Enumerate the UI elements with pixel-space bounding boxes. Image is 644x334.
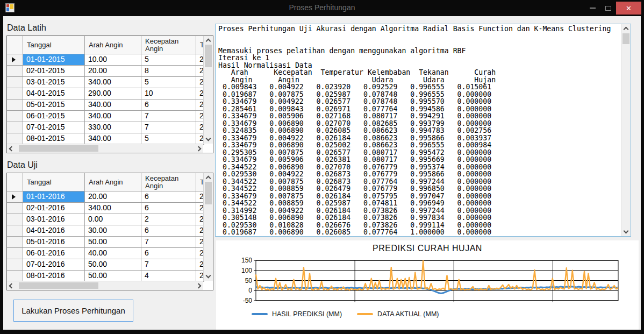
table-row[interactable]: 03-01-2016 0.00 2 25	[7, 214, 213, 225]
cell-kecepatan-angin[interactable]: 7	[141, 122, 196, 133]
minimize-button[interactable]	[585, 2, 600, 15]
cell-tanggal[interactable]: 07-01-2016	[23, 259, 85, 271]
cell-tanggal[interactable]: 06-01-2016	[23, 248, 85, 259]
table-row[interactable]: 01-01-2015 10.00 5 24	[7, 54, 213, 66]
row-header-cell[interactable]	[7, 77, 23, 88]
row-header-cell[interactable]	[7, 191, 23, 203]
table-row[interactable]: 04-01-2016 30.00 6 28	[7, 225, 213, 237]
row-header-cell[interactable]	[7, 271, 23, 282]
table-row[interactable]: 05-01-2015 340.00 6 28	[7, 100, 213, 111]
scroll-right-icon[interactable]	[196, 146, 202, 152]
vertical-scrollbar[interactable]	[203, 36, 213, 144]
cell-arah-angin[interactable]: 20.00	[85, 191, 141, 203]
cell-arah-angin[interactable]: 340.00	[85, 100, 141, 111]
table-row[interactable]: 07-01-2016 50.00 7 28	[7, 259, 213, 271]
cell-tanggal[interactable]: 04-01-2016	[23, 225, 85, 237]
cell-tanggal[interactable]: 04-01-2015	[23, 88, 85, 100]
cell-tanggal[interactable]: 08-01-2016	[23, 271, 85, 282]
cell-kecepatan-angin[interactable]: 5	[141, 54, 196, 66]
vertical-scrollbar[interactable]	[621, 24, 631, 236]
row-header-cell[interactable]	[7, 203, 23, 214]
cell-kecepatan-angin[interactable]: 4	[141, 271, 196, 282]
table-row[interactable]: 01-01-2016 20.00 6 27	[7, 191, 213, 203]
scrollbar-thumb[interactable]	[622, 33, 629, 44]
table-row[interactable]: 02-01-2016 340.00 6 25	[7, 203, 213, 214]
cell-tanggal[interactable]: 05-01-2015	[23, 100, 85, 111]
cell-kecepatan-angin[interactable]: 7	[141, 237, 196, 248]
cell-tanggal[interactable]: 01-01-2016	[23, 191, 85, 203]
scroll-left-icon[interactable]	[9, 146, 15, 152]
cell-arah-angin[interactable]: 340.00	[85, 133, 141, 145]
scrollbar-thumb[interactable]	[19, 145, 98, 152]
scrollbar-thumb[interactable]	[205, 45, 212, 67]
col-header-kecepatan-angin[interactable]: Kecepatan Angin	[141, 36, 196, 54]
cell-kecepatan-angin[interactable]: 10	[141, 88, 196, 100]
cell-kecepatan-angin[interactable]: 5	[141, 77, 196, 88]
scroll-up-icon[interactable]	[206, 39, 211, 44]
cell-kecepatan-angin[interactable]: 8	[141, 66, 196, 77]
row-header-cell[interactable]	[7, 259, 23, 271]
maximize-button[interactable]	[600, 2, 616, 15]
row-header-cell[interactable]	[7, 111, 23, 122]
cell-tanggal[interactable]: 08-01-2015	[23, 133, 85, 145]
data-uji-grid[interactable]: Tanggal Arah Angin Kecepatan Angin Te 01…	[6, 173, 213, 290]
row-header-cell[interactable]	[7, 237, 23, 248]
cell-arah-angin[interactable]: 0.00	[85, 214, 141, 225]
scroll-down-icon[interactable]	[206, 136, 211, 141]
table-row[interactable]: 07-01-2015 330.00 7 27	[7, 122, 213, 133]
cell-tanggal[interactable]: 05-01-2016	[23, 237, 85, 248]
scroll-up-icon[interactable]	[624, 27, 629, 32]
col-header-tanggal[interactable]: Tanggal	[23, 36, 85, 54]
col-header-arah-angin[interactable]: Arah Angin	[85, 173, 141, 191]
row-header-cell[interactable]	[7, 54, 23, 66]
row-header-cell[interactable]	[7, 66, 23, 77]
scroll-up-icon[interactable]	[206, 176, 211, 181]
table-row[interactable]: 03-01-2015 340.00 5 27	[7, 77, 213, 88]
cell-tanggal[interactable]: 06-01-2015	[23, 111, 85, 122]
table-row[interactable]: 02-01-2015 20.00 8 26	[7, 66, 213, 77]
scroll-right-icon[interactable]	[196, 283, 202, 289]
cell-arah-angin[interactable]: 330.00	[85, 122, 141, 133]
cell-arah-angin[interactable]: 50.00	[85, 237, 141, 248]
cell-kecepatan-angin[interactable]: 6	[141, 203, 196, 214]
cell-arah-angin[interactable]: 50.00	[85, 271, 141, 282]
row-header-cell[interactable]	[7, 225, 23, 237]
scroll-down-icon[interactable]	[624, 229, 629, 234]
cell-kecepatan-angin[interactable]: 6	[141, 248, 196, 259]
cell-arah-angin[interactable]: 340.00	[85, 203, 141, 214]
horizontal-scrollbar[interactable]	[7, 281, 203, 290]
process-output-textbox[interactable]: Proses Perhitungan Uji Akurasi dengan Al…	[215, 24, 631, 237]
cell-arah-angin[interactable]: 340.00	[85, 77, 141, 88]
cell-kecepatan-angin[interactable]: 6	[141, 191, 196, 203]
scrollbar-thumb[interactable]	[19, 282, 98, 289]
cell-kecepatan-angin[interactable]: 2	[141, 214, 196, 225]
close-button[interactable]: ✕	[616, 2, 641, 15]
row-header-cell[interactable]	[7, 88, 23, 100]
cell-arah-angin[interactable]: 50.00	[85, 259, 141, 271]
cell-arah-angin[interactable]: 290.00	[85, 88, 141, 100]
vertical-scrollbar[interactable]	[203, 173, 213, 281]
scrollbar-thumb[interactable]	[205, 182, 212, 204]
lakukan-proses-perhitungan-button[interactable]: Lakukan Proses Perhitungan	[13, 300, 133, 322]
row-header-cell[interactable]	[7, 100, 23, 111]
table-row[interactable]: 08-01-2016 50.00 4 28	[7, 271, 213, 282]
cell-tanggal[interactable]: 02-01-2016	[23, 203, 85, 214]
cell-arah-angin[interactable]: 40.00	[85, 248, 141, 259]
row-header-cell[interactable]	[7, 248, 23, 259]
row-header-cell[interactable]	[7, 122, 23, 133]
horizontal-scrollbar[interactable]	[7, 144, 203, 153]
row-header-cell[interactable]	[7, 214, 23, 225]
cell-tanggal[interactable]: 01-01-2015	[23, 54, 85, 66]
row-header-cell[interactable]	[7, 133, 23, 145]
cell-arah-angin[interactable]: 340.00	[85, 111, 141, 122]
cell-arah-angin[interactable]: 20.00	[85, 66, 141, 77]
scroll-down-icon[interactable]	[206, 273, 211, 279]
cell-kecepatan-angin[interactable]: 6	[141, 225, 196, 237]
table-row[interactable]: 04-01-2015 290.00 10 27	[7, 88, 213, 100]
col-header-tanggal[interactable]: Tanggal	[23, 173, 85, 191]
data-latih-grid[interactable]: Tanggal Arah Angin Kecepatan Angin Te 01…	[6, 35, 213, 153]
table-row[interactable]: 06-01-2016 40.00 6 28	[7, 248, 213, 259]
cell-tanggal[interactable]: 02-01-2015	[23, 66, 85, 77]
cell-kecepatan-angin[interactable]: 5	[141, 133, 196, 145]
cell-tanggal[interactable]: 03-01-2015	[23, 77, 85, 88]
